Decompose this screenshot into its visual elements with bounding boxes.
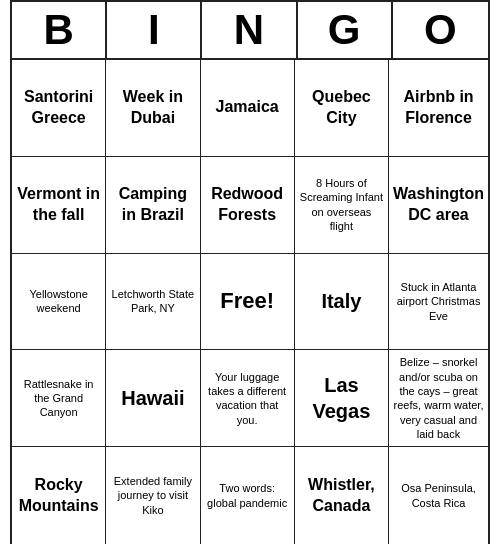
bingo-cell: Stuck in Atlanta airport Christmas Eve <box>389 254 488 351</box>
header-letter: I <box>107 2 202 58</box>
bingo-cell: Extended family journey to visit Kiko <box>106 447 200 544</box>
bingo-cell: Week in Dubai <box>106 60 200 157</box>
bingo-cell: Two words: global pandemic <box>201 447 295 544</box>
bingo-cell: Yellowstone weekend <box>12 254 106 351</box>
bingo-cell: Italy <box>295 254 389 351</box>
bingo-grid: Santorini GreeceWeek in DubaiJamaicaQueb… <box>12 60 488 544</box>
bingo-cell: Rattlesnake in the Grand Canyon <box>12 350 106 447</box>
bingo-cell: Washington DC area <box>389 157 488 254</box>
bingo-cell: Your luggage takes a different vacation … <box>201 350 295 447</box>
bingo-cell: Airbnb in Florence <box>389 60 488 157</box>
bingo-cell: 8 Hours of Screaming Infant on overseas … <box>295 157 389 254</box>
bingo-cell: Camping in Brazil <box>106 157 200 254</box>
header-letter: B <box>12 2 107 58</box>
header-letter: G <box>298 2 393 58</box>
bingo-cell: Vermont in the fall <box>12 157 106 254</box>
bingo-cell: Quebec City <box>295 60 389 157</box>
bingo-cell: Rocky Mountains <box>12 447 106 544</box>
bingo-header: BINGO <box>12 2 488 60</box>
bingo-cell: Santorini Greece <box>12 60 106 157</box>
bingo-cell: Redwood Forests <box>201 157 295 254</box>
bingo-card: BINGO Santorini GreeceWeek in DubaiJamai… <box>10 0 490 544</box>
header-letter: N <box>202 2 297 58</box>
bingo-cell: Letchworth State Park, NY <box>106 254 200 351</box>
header-letter: O <box>393 2 488 58</box>
bingo-cell: Osa Peninsula, Costa Rica <box>389 447 488 544</box>
bingo-cell: Free! <box>201 254 295 351</box>
bingo-cell: Hawaii <box>106 350 200 447</box>
bingo-cell: Whistler, Canada <box>295 447 389 544</box>
bingo-cell: Belize – snorkel and/or scuba on the cay… <box>389 350 488 447</box>
bingo-cell: Jamaica <box>201 60 295 157</box>
bingo-cell: Las Vegas <box>295 350 389 447</box>
